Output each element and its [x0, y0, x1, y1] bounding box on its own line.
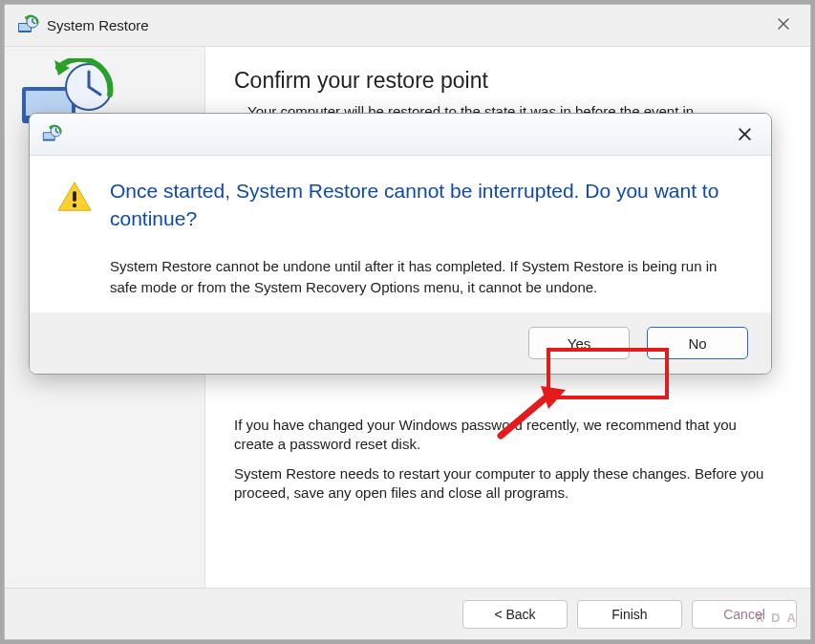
dialog-titlebar [30, 114, 771, 156]
dialog-app-icon [41, 124, 62, 145]
close-icon [738, 127, 752, 141]
dialog-icon-column [56, 177, 110, 297]
dialog-content: Once started, System Restore cannot be i… [30, 156, 771, 312]
confirmation-dialog: Once started, System Restore cannot be i… [29, 113, 772, 375]
no-button[interactable]: No [647, 327, 748, 359]
svg-rect-10 [73, 191, 76, 201]
finish-button[interactable]: Finish [577, 600, 682, 629]
wizard-password-note: If you have changed your Windows passwor… [234, 416, 772, 453]
back-button[interactable]: < Back [462, 600, 568, 629]
wizard-restart-note: System Restore needs to restart your com… [234, 464, 772, 502]
wizard-footer: < Back Finish Cancel [5, 588, 810, 639]
close-icon [777, 17, 790, 31]
dialog-close-button[interactable] [725, 119, 763, 148]
wizard-close-button[interactable] [762, 9, 804, 39]
dialog-heading: Once started, System Restore cannot be i… [110, 177, 744, 233]
system-restore-icon [14, 12, 41, 39]
warning-icon [56, 181, 93, 213]
yes-button[interactable]: Yes [528, 327, 630, 359]
dialog-body-text: System Restore cannot be undone until af… [110, 256, 744, 298]
wizard-titlebar: System Restore [5, 5, 810, 47]
wizard-title: System Restore [47, 17, 149, 33]
cancel-button[interactable]: Cancel [692, 600, 797, 629]
wizard-heading: Confirm your restore point [234, 68, 772, 94]
dialog-text-column: Once started, System Restore cannot be i… [110, 177, 744, 297]
svg-point-11 [73, 204, 76, 207]
dialog-footer: Yes No [30, 312, 771, 374]
